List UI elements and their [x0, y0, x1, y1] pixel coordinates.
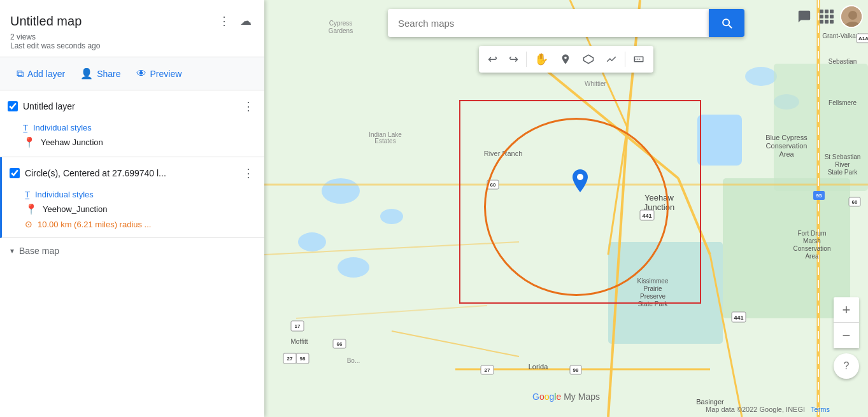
measure-button[interactable] [628, 50, 650, 69]
style-icon-1: T̲ [23, 123, 28, 132]
chevron-down-icon: ▾ [10, 246, 14, 255]
svg-text:441: 441 [734, 315, 743, 321]
zoom-out-button[interactable]: − [834, 323, 859, 348]
layer-2-style-item[interactable]: T̲ Individual styles [25, 188, 257, 201]
layer-title-row-1: Untitled layer [8, 101, 75, 111]
map-search-button[interactable] [709, 9, 744, 37]
add-layer-label: Add layer [27, 69, 65, 79]
preview-icon: 👁 [136, 68, 146, 80]
svg-text:95: 95 [816, 193, 822, 199]
layer-title-row-2: Circle(s), Centered at 27.699740 l... [10, 168, 166, 178]
svg-rect-9 [723, 178, 850, 318]
preview-button[interactable]: 👁 Preview [130, 64, 189, 83]
map-attribution: Map data ©2022 Google, INEGI Terms [706, 406, 830, 413]
layer-1-name: Untitled layer [23, 101, 75, 111]
svg-text:Cypress: Cypress [329, 20, 353, 27]
map-meta: 2 views Last edit was seconds ago [10, 32, 254, 50]
layer-2-circle-item[interactable]: ⊙ 10.00 km (6.21 miles) radius ... [25, 217, 257, 231]
sidebar-toolbar: ⧉ Add layer 👤 Share 👁 Preview [0, 57, 264, 90]
svg-text:Gardens: Gardens [329, 27, 353, 34]
svg-rect-5 [697, 115, 742, 166]
draw-route-button[interactable] [601, 50, 622, 69]
svg-text:Fort Drum: Fort Drum [798, 230, 827, 237]
layer-2-pin-item[interactable]: 📍 Yeehow_Junction [25, 201, 257, 217]
top-right-icons [795, 5, 863, 28]
map-area[interactable]: River Ranch Whittier Indian Lake Estates… [264, 0, 868, 417]
svg-point-1 [322, 178, 360, 204]
map-search-input[interactable] [388, 9, 709, 37]
map-title: Untitled map [10, 14, 82, 29]
google-logo: Google [532, 392, 561, 402]
svg-text:Area: Area [805, 253, 819, 260]
layer-2-checkbox[interactable] [10, 168, 20, 178]
terms-link[interactable]: Terms [811, 406, 830, 413]
svg-point-3 [298, 232, 326, 251]
svg-point-4 [338, 257, 369, 278]
layer-1-pin-item[interactable]: 📍 Yeehaw Junction [23, 134, 257, 150]
cloud-save-button[interactable]: ☁ [238, 11, 254, 31]
layers-area: Untitled layer ⋮ T̲ Individual styles 📍 … [0, 90, 264, 417]
header-icons: ⋮ ☁ [216, 11, 254, 31]
svg-text:St Sebastian: St Sebastian [825, 153, 861, 160]
svg-text:Bo...: Bo... [347, 357, 360, 364]
svg-text:State Park: State Park [828, 169, 858, 176]
svg-text:98: 98 [300, 356, 306, 362]
svg-point-6 [745, 67, 777, 86]
layer-header-1: Untitled layer ⋮ [0, 90, 264, 120]
svg-text:River Ranch: River Ranch [484, 150, 523, 157]
layer-2-pin-text: Yeehow_Junction [43, 204, 107, 214]
undo-button[interactable]: ↩ [483, 48, 502, 70]
layer-1-style-text: Individual styles [33, 123, 92, 132]
svg-marker-84 [584, 55, 594, 64]
svg-text:441: 441 [642, 213, 651, 219]
avatar[interactable] [840, 5, 863, 28]
map-toolbar: ↩ ↪ ✋ [479, 46, 653, 73]
layer-header-2: Circle(s), Centered at 27.699740 l... ⋮ [2, 157, 264, 187]
layer-1-checkbox[interactable] [8, 101, 18, 111]
apps-grid-icon[interactable] [820, 10, 834, 24]
zoom-in-button[interactable]: + [834, 297, 859, 323]
svg-text:98: 98 [573, 367, 579, 373]
redo-button[interactable]: ↪ [504, 48, 523, 70]
add-marker-button[interactable] [555, 50, 576, 69]
svg-text:Basinger: Basinger [696, 398, 724, 406]
toolbar-separator-1 [526, 52, 527, 67]
share-icon: 👤 [80, 67, 93, 80]
svg-point-86 [848, 11, 857, 20]
svg-text:66: 66 [337, 341, 343, 347]
pin-icon-2: 📍 [25, 203, 38, 215]
add-layer-button[interactable]: ⧉ Add layer [10, 64, 71, 83]
layer-block-1: Untitled layer ⋮ T̲ Individual styles 📍 … [0, 90, 264, 157]
draw-shape-button[interactable] [578, 50, 599, 69]
svg-text:Conservation: Conservation [766, 142, 808, 150]
layer-2-style-text: Individual styles [35, 190, 94, 199]
svg-text:17: 17 [295, 323, 301, 329]
layer-1-menu-button[interactable]: ⋮ [240, 97, 257, 116]
svg-point-2 [380, 209, 403, 224]
mymaps-text: My Maps [564, 392, 600, 402]
svg-text:Area: Area [779, 150, 794, 158]
svg-text:Whittier: Whittier [585, 80, 607, 87]
sidebar: Untitled map ⋮ ☁ 2 views Last edit was s… [0, 0, 264, 417]
share-button[interactable]: 👤 Share [74, 64, 127, 83]
circle-icon: ⊙ [25, 219, 32, 229]
map-watermark: Google My Maps [532, 392, 600, 402]
map-data-text: Map data ©2022 Google, INEGI [706, 406, 805, 413]
svg-text:Marsh: Marsh [803, 237, 821, 244]
pan-tool-button[interactable]: ✋ [529, 48, 553, 70]
svg-text:Conservation: Conservation [793, 245, 831, 252]
svg-text:Preserve: Preserve [640, 293, 665, 300]
notification-icon[interactable] [795, 8, 813, 25]
map-search-bar [388, 9, 744, 37]
map-menu-button[interactable]: ⋮ [216, 11, 232, 31]
svg-text:Yeehaw: Yeehaw [644, 193, 674, 202]
toolbar-separator-2 [625, 52, 625, 67]
preview-label: Preview [150, 69, 182, 79]
layer-2-menu-button[interactable]: ⋮ [240, 164, 257, 183]
layer-1-items: T̲ Individual styles 📍 Yeehaw Junction [0, 120, 264, 157]
svg-text:27: 27 [485, 367, 490, 373]
base-map-row[interactable]: ▾ Base map [0, 238, 264, 264]
map-views: 2 views [10, 32, 36, 41]
zoom-help-button[interactable]: ? [834, 353, 859, 379]
layer-1-style-item[interactable]: T̲ Individual styles [23, 121, 257, 134]
